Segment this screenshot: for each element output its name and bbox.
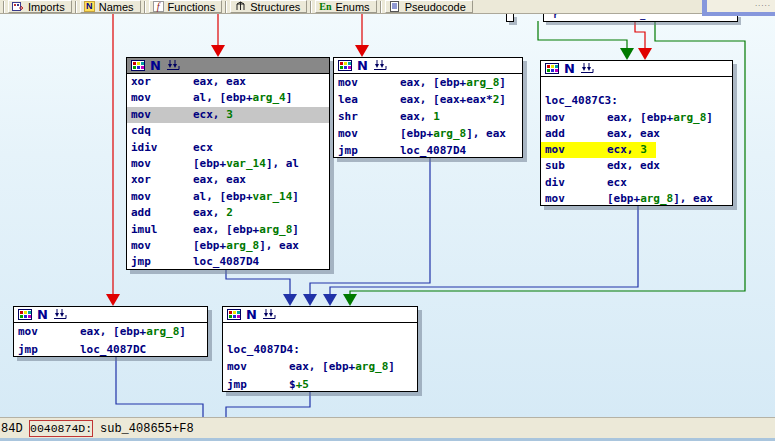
asm-line[interactable]: jmploc_4087D4: [334, 142, 522, 159]
symbol-token: 3: [640, 143, 647, 156]
asm-line[interactable]: cdq: [127, 123, 329, 139]
block-name-icon[interactable]: N: [564, 62, 575, 75]
asm-label-line[interactable]: loc_4087D4:: [223, 341, 417, 359]
mnemonic: jmp: [18, 341, 80, 359]
asm-line[interactable]: mov[ebp+arg_8], eax: [334, 125, 522, 142]
block-palette-icon[interactable]: [338, 60, 352, 71]
asm-line[interactable]: imuleax, [ebp+arg_8]: [127, 222, 329, 238]
asm-line[interactable]: moveax, [ebp+arg_8]: [14, 323, 207, 341]
mnemonic: add: [131, 205, 193, 221]
asm-line[interactable]: shreax, 1: [334, 108, 522, 125]
asm-line[interactable]: subedx, edx: [541, 158, 732, 174]
asm-line[interactable]: jmploc_4087D4: [127, 254, 329, 270]
asm-label-line[interactable]: loc_4087C3:: [541, 93, 732, 109]
collapse-graph-icon[interactable]: [166, 60, 181, 71]
asm-line[interactable]: mov[ebp+var_14], al: [127, 156, 329, 172]
mnemonic: mov: [131, 189, 193, 205]
basic-block-4[interactable]: Nmoveax, [ebp+arg_8]jmploc_4087DC: [13, 306, 208, 357]
symbol-token: 3: [226, 108, 233, 121]
basic-block-loc_4087D4[interactable]: N loc_4087D4:moveax, [ebp+arg_8]jmp$+5: [222, 306, 418, 392]
block-title-bar[interactable]: N: [541, 61, 732, 77]
tab-structures[interactable]: Structures: [230, 0, 307, 13]
tab-names[interactable]: N Names: [80, 0, 141, 13]
code-token: eax, [ebp+: [80, 325, 146, 338]
symbol-token: arg_8: [466, 76, 499, 89]
block-title-bar[interactable]: N: [334, 58, 522, 74]
tab-pseudocode[interactable]: Pseudocode: [385, 0, 473, 13]
symbol-token: var_14: [226, 157, 266, 170]
tab-functions[interactable]: f Functions: [149, 0, 223, 13]
tab-imports[interactable]: Imports: [8, 0, 72, 13]
operands: eax, [ebp+arg_8]: [193, 223, 299, 236]
mnemonic: mov: [227, 358, 289, 376]
block-name-icon[interactable]: N: [357, 59, 368, 72]
asm-line[interactable]: addeax, eax: [541, 126, 732, 142]
collapse-graph-icon[interactable]: [373, 60, 388, 71]
operands: eax, [ebp+arg_8]: [80, 325, 186, 338]
code-token: al, [ebp+: [193, 190, 253, 203]
code-token: ecx,: [607, 143, 640, 156]
tab-label: Enums: [335, 1, 369, 13]
asm-line[interactable]: idivecx: [127, 140, 329, 156]
mnemonic: mov: [131, 156, 193, 172]
mnemonic: jmp: [338, 142, 400, 159]
block-palette-icon[interactable]: [131, 60, 145, 71]
asm-line[interactable]: moval, [ebp+arg_4]: [127, 90, 329, 106]
block-name-icon[interactable]: N: [246, 308, 257, 321]
block-palette-icon[interactable]: [545, 63, 559, 74]
block-palette-icon[interactable]: [227, 309, 241, 320]
basic-block-loc_4087C3[interactable]: N loc_4087C3:moveax, [ebp+arg_8]addeax, …: [540, 60, 733, 206]
asm-line[interactable]: xoreax, eax: [127, 74, 329, 90]
pseudocode-icon: [389, 1, 401, 12]
asm-line[interactable]: moveax, [ebp+arg_8]: [541, 110, 732, 126]
asm-blank-line[interactable]: [223, 323, 417, 341]
asm-line[interactable]: leaeax, [eax+eax*2]: [334, 91, 522, 108]
collapse-graph-icon[interactable]: [53, 309, 68, 320]
collapse-graph-icon[interactable]: [580, 63, 595, 74]
structures-icon: [234, 1, 246, 12]
asm-line[interactable]: movecx, 3: [127, 107, 329, 123]
block-name-icon[interactable]: N: [37, 308, 48, 321]
code-token: ]: [292, 190, 299, 203]
asm-line[interactable]: mov[ebp+arg_8], eax: [541, 191, 732, 207]
current-address-box: 0040874D:: [29, 420, 93, 437]
asm-line[interactable]: moveax, [ebp+arg_8]: [223, 358, 417, 376]
mnemonic: cdq: [131, 123, 193, 139]
collapse-graph-icon[interactable]: [262, 309, 277, 320]
block-title-bar[interactable]: N: [127, 58, 329, 74]
block-name-icon[interactable]: N: [150, 59, 161, 72]
code-token: ecx: [193, 141, 213, 154]
mnemonic: xor: [131, 74, 193, 90]
location-label: loc_4087D4:: [227, 343, 300, 356]
code-token: eax, [ebp+: [289, 360, 355, 373]
code-token: eax, [ebp+: [400, 76, 466, 89]
mnemonic: jmp: [131, 254, 193, 270]
tab-enums[interactable]: En Enums: [315, 0, 376, 13]
asm-line[interactable]: moval, [ebp+var_14]: [127, 189, 329, 205]
block-palette-icon[interactable]: [18, 309, 32, 320]
asm-line[interactable]: jmploc_4087DC: [14, 341, 207, 359]
asm-line[interactable]: addeax, 2: [127, 205, 329, 221]
asm-line[interactable]: xoreax, eax: [127, 172, 329, 188]
clipped-address-text: 84D: [1, 422, 23, 436]
basic-block-2[interactable]: Nmoveax, [ebp+arg_8]leaeax, [eax+eax*2]s…: [333, 57, 523, 158]
symbol-token: arg_8: [433, 127, 466, 140]
operands: loc_4087D4: [400, 144, 466, 157]
block-title-bar[interactable]: N: [223, 307, 417, 323]
asm-line[interactable]: jmp$+5: [223, 376, 417, 394]
symbol-token: arg_8: [146, 325, 179, 338]
clipped-text-fragment: _: [640, 14, 645, 20]
block-title-bar[interactable]: N: [14, 307, 207, 323]
clipped-text-fragment: r: [553, 14, 558, 20]
asm-line[interactable]: divecx: [541, 175, 732, 191]
asm-line[interactable]: moveax, [ebp+arg_8]: [334, 74, 522, 91]
asm-line[interactable]: mov[ebp+arg_8], eax: [127, 238, 329, 254]
tab-label: Names: [99, 1, 134, 13]
basic-block-1[interactable]: Nxoreax, eaxmoval, [ebp+arg_4]movecx, 3c…: [126, 57, 330, 270]
operands: eax, 2: [193, 206, 233, 219]
asm-line[interactable]: movecx, 3: [541, 142, 732, 158]
asm-blank-line[interactable]: [541, 77, 732, 93]
operands: ecx, 3: [193, 108, 233, 121]
toolbar-separator: [75, 1, 77, 13]
code-token: edx, edx: [607, 159, 660, 172]
